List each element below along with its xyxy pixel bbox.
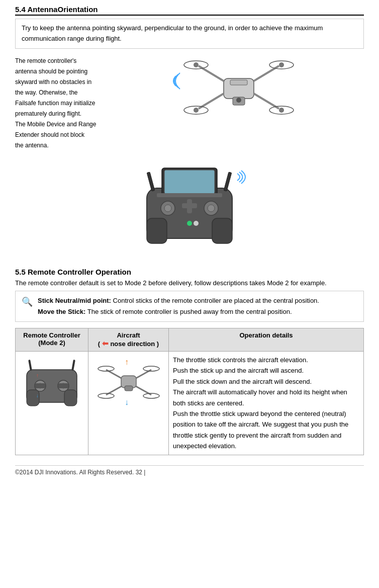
svg-rect-21 [157,193,222,197]
aircraft-image-cell: ↑ ↓ [88,351,169,455]
col-aircraft-header: Aircraft( ⬅ nose direction ) [88,328,169,351]
svg-point-11 [194,108,199,113]
svg-point-25 [208,205,215,212]
aircraft-throttle-svg: ↑ ↓ [96,355,161,410]
stick-neutral-label: Stick Neutral/mid point: [38,297,111,304]
svg-rect-20 [164,170,215,194]
svg-text:↑: ↑ [36,373,39,378]
svg-rect-28 [147,172,155,191]
svg-point-9 [194,62,199,67]
svg-rect-34 [64,390,77,406]
antenna-figure-text: The remote controller's antenna should b… [15,56,113,151]
move-stick-line: Move the Stick: The stick of remote cont… [38,306,319,317]
svg-rect-27 [187,199,192,213]
stick-neutral-text: Control sticks of the remote controller … [113,297,319,304]
col-ops-header: Operation details [169,328,364,351]
move-stick-text: The stick of remote controller is pushed… [87,308,292,315]
svg-rect-42 [71,360,75,371]
col-rc-header: Remote Controller (Mode 2) [16,328,88,351]
svg-point-31 [194,221,199,226]
section-44: 5.4 AntennaOrientation Try to keep the a… [15,5,364,258]
note-box: 🔍 Stick Neutral/mid point: Control stick… [15,291,364,322]
section-55-title: 5.5 Remote Controller Operation [15,268,364,276]
operations-table: Remote Controller (Mode 2) Aircraft( ⬅ n… [15,328,364,455]
stick-neutral-line: Stick Neutral/mid point: Control sticks … [38,295,319,306]
svg-point-10 [279,62,284,67]
drone-image-area [113,56,364,121]
svg-rect-18 [212,218,232,243]
svg-point-12 [279,108,284,113]
svg-point-14 [236,98,241,103]
note-content: Stick Neutral/mid point: Control sticks … [38,295,319,317]
drone-top-view-svg [171,56,307,121]
svg-rect-29 [224,172,232,191]
svg-point-30 [187,221,192,226]
svg-text:↓: ↓ [36,393,39,398]
svg-rect-15 [230,80,247,85]
controller-svg [132,158,247,256]
svg-rect-44 [58,383,68,388]
svg-text:↑: ↑ [125,358,129,366]
ops-details-cell: The throttle stick controls the aircraft… [169,351,364,455]
footer: ©2014 DJI Innovations. All Rights Reserv… [15,465,364,476]
magnifier-icon: 🔍 [22,296,33,307]
antenna-figure: The remote controller's antenna should b… [15,56,364,151]
copyright-text: ©2014 DJI Innovations. All Rights Reserv… [15,469,134,476]
move-stick-label: Move the Stick: [38,308,85,315]
svg-rect-54 [125,386,133,391]
svg-text:↓: ↓ [125,398,129,406]
section-44-intro: Try to keep the antenna pointing skyward… [15,19,364,49]
table-row: ↑ ↓ [16,351,364,455]
controller-figure-area [15,158,364,258]
rc-image-cell: ↑ ↓ [16,351,88,455]
section-44-title: 5.4 AntennaOrientation [15,5,364,16]
svg-rect-41 [28,360,32,371]
section-55-intro: The remote controller default is set to … [15,279,364,287]
rc-throttle-svg: ↑ ↓ [24,355,79,410]
section-55: 5.5 Remote Controller Operation The remo… [15,268,364,455]
svg-rect-43 [35,383,45,388]
page-number: 32 [136,469,142,476]
svg-rect-17 [147,218,167,243]
svg-point-23 [164,205,171,212]
ops-text: The throttle stick controls the aircraft… [173,355,359,452]
